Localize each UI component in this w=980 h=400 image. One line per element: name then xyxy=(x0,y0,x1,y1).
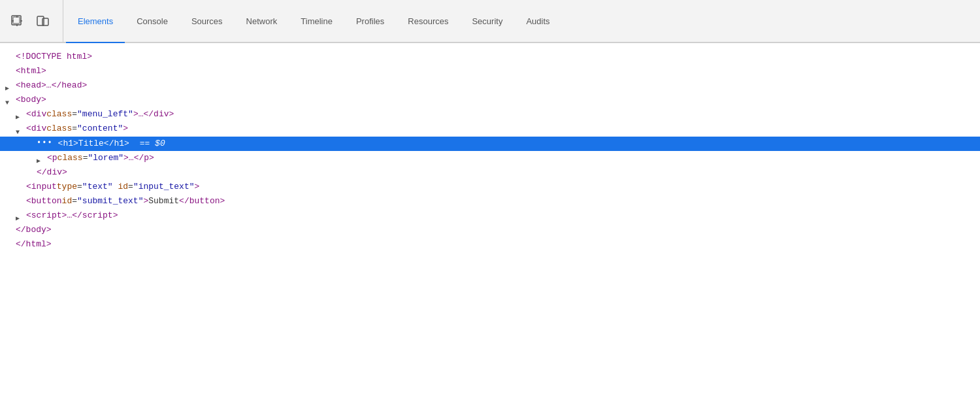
code-line-div-menu[interactable]: <div class = "menu_left" > … </div> xyxy=(0,107,980,122)
triangle-head[interactable] xyxy=(5,81,14,90)
devtools-toolbar: Elements Console Sources Network Timelin… xyxy=(0,0,980,43)
triangle-div-menu[interactable] xyxy=(16,110,25,119)
code-line-script[interactable]: <script> … </script> xyxy=(0,208,980,223)
tab-sources[interactable]: Sources xyxy=(180,0,235,42)
code-line-button: <button id = "submit_text" > Submit </bu… xyxy=(0,194,980,208)
toolbar-icon-group xyxy=(5,0,63,42)
code-line-body-open[interactable]: <body> xyxy=(0,93,980,107)
inspect-element-button[interactable] xyxy=(5,9,29,33)
triangle-div-content[interactable] xyxy=(16,125,25,134)
tab-console[interactable]: Console xyxy=(125,0,180,42)
triangle-p-lorem[interactable] xyxy=(37,154,46,163)
collapsed-dots: ••• xyxy=(37,137,53,150)
device-toolbar-button[interactable] xyxy=(31,9,55,33)
code-line-p-lorem[interactable]: <p class = "lorem" > … </p> xyxy=(0,151,980,165)
triangle-script[interactable] xyxy=(16,211,25,220)
code-line-head[interactable]: <head> … </head> xyxy=(0,78,980,93)
code-line-input: <input type = "text" id = "input_text" > xyxy=(0,180,980,194)
code-line-doctype: <!DOCTYPE html> xyxy=(0,50,980,64)
tab-timeline[interactable]: Timeline xyxy=(289,0,344,42)
dollar-zero-badge: $0 xyxy=(155,137,165,151)
code-line-h1[interactable]: ••• <h1> Title </h1> == $0 xyxy=(0,137,980,151)
code-line-div-content[interactable]: <div class = "content" > xyxy=(0,122,980,136)
code-line-html-close: </html> xyxy=(0,237,980,252)
tab-network[interactable]: Network xyxy=(235,0,289,42)
tab-elements[interactable]: Elements xyxy=(66,0,125,42)
code-line-body-close: </body> xyxy=(0,223,980,237)
tab-resources[interactable]: Resources xyxy=(396,0,460,42)
code-line-div-close: </div> xyxy=(0,165,980,180)
tab-security[interactable]: Security xyxy=(460,0,514,42)
elements-panel[interactable]: <!DOCTYPE html> <html> <head> … </head> … xyxy=(0,43,980,400)
devtools-tabs: Elements Console Sources Network Timelin… xyxy=(66,0,975,42)
tab-profiles[interactable]: Profiles xyxy=(344,0,396,42)
tab-audits[interactable]: Audits xyxy=(514,0,561,42)
svg-rect-1 xyxy=(13,17,20,24)
triangle-body[interactable] xyxy=(5,95,14,105)
code-line-html-open: <html> xyxy=(0,64,980,78)
